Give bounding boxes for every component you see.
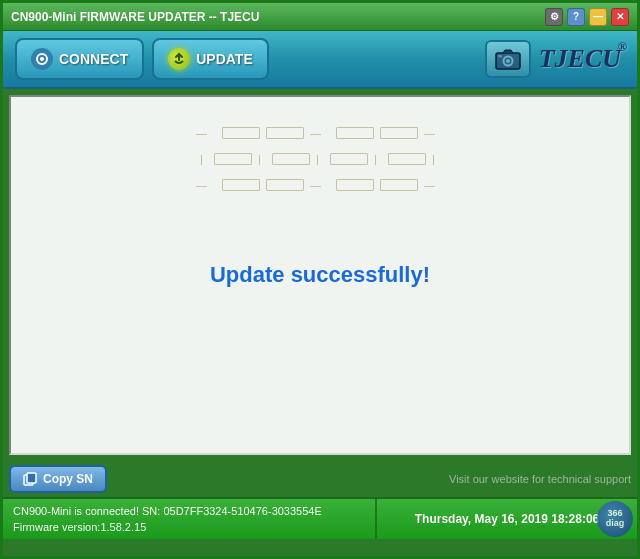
status-right: Thursday, May 16, 2019 18:28:06 366 diag (377, 499, 637, 539)
title-bar-controls: ⚙ ? — ✕ (545, 8, 629, 26)
help-button[interactable]: ? (567, 8, 585, 26)
svg-rect-8 (27, 473, 36, 483)
gear-button[interactable]: ⚙ (545, 8, 563, 26)
progress-row-3: — — — (196, 179, 444, 191)
title-bar: CN900-Mini FIRMWARE UPDATER -- TJECU ⚙ ?… (3, 3, 637, 31)
close-button[interactable]: ✕ (611, 8, 629, 26)
connect-label: CONNECT (59, 51, 128, 67)
progress-row-1: — — — (196, 127, 444, 139)
title-bar-text: CN900-Mini FIRMWARE UPDATER -- TJECU (11, 10, 259, 24)
update-icon (168, 48, 190, 70)
success-message: Update successfully! (210, 262, 430, 288)
progress-area: — — — | | | | | — (11, 127, 629, 191)
svg-point-5 (506, 59, 510, 63)
progress-row-2: | | | | | (200, 153, 440, 165)
app-window: CN900-Mini FIRMWARE UPDATER -- TJECU ⚙ ?… (0, 0, 640, 559)
bottom-area: Copy SN Visit our website for technical … (9, 461, 631, 497)
status-line1: CN900-Mini is connected! SN: 05D7FF3324-… (13, 503, 365, 520)
connect-button[interactable]: CONNECT (15, 38, 144, 80)
main-content: — — — | | | | | — (9, 95, 631, 455)
watermark-badge: 366 diag (597, 501, 633, 537)
copy-icon (23, 472, 37, 486)
update-button[interactable]: UPDATE (152, 38, 269, 80)
status-line2: Firmware version:1.58.2.15 (13, 519, 365, 536)
copy-sn-button[interactable]: Copy SN (9, 465, 107, 493)
status-datetime: Thursday, May 16, 2019 18:28:06 (415, 512, 600, 526)
visit-text: Visit our website for technical support (449, 473, 631, 485)
svg-point-1 (40, 57, 44, 61)
connect-icon (31, 48, 53, 70)
camera-button[interactable] (485, 40, 531, 78)
toolbar: CONNECT UPDATE TJECU (3, 31, 637, 89)
svg-rect-6 (498, 55, 502, 58)
status-bar: CN900-Mini is connected! SN: 05D7FF3324-… (3, 497, 637, 539)
minimize-button[interactable]: — (589, 8, 607, 26)
tjecu-logo: TJECU (539, 44, 625, 74)
status-left: CN900-Mini is connected! SN: 05D7FF3324-… (3, 499, 377, 539)
update-label: UPDATE (196, 51, 253, 67)
